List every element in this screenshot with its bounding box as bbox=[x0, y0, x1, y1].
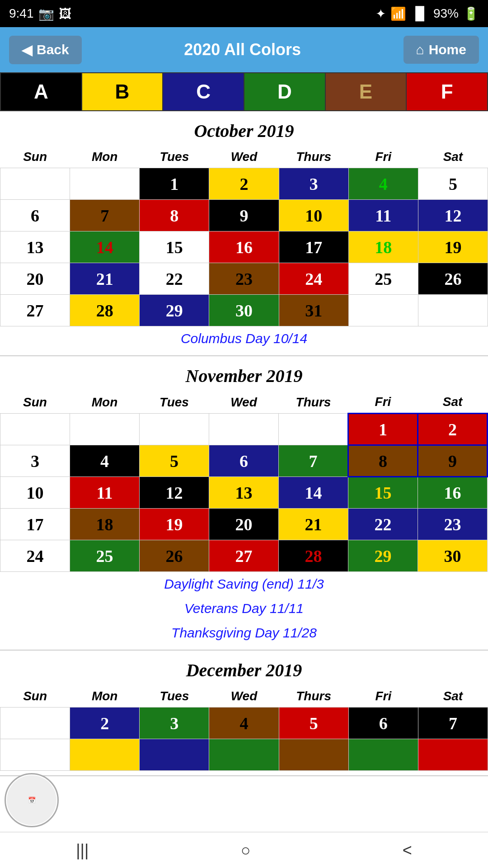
october-section: October 2019 Sun Mon Tues Wed Thurs Fri … bbox=[0, 111, 488, 356]
nov-thurs-header: Thurs bbox=[279, 391, 348, 414]
oct-12: 12 bbox=[418, 200, 488, 231]
oct-sat-header: Sat bbox=[418, 146, 488, 168]
oct-10: 10 bbox=[279, 200, 348, 231]
dec-14-area bbox=[418, 739, 488, 771]
oct-17: 17 bbox=[279, 231, 348, 263]
columbus-day: Columbus Day 10/14 bbox=[0, 326, 488, 351]
october-calendar: Sun Mon Tues Wed Thurs Fri Sat 1 2 3 bbox=[0, 146, 488, 326]
dec-8-area bbox=[0, 739, 70, 771]
nov-fri-header: Fri bbox=[348, 391, 418, 414]
nov-4: 4 bbox=[70, 445, 140, 477]
home-button[interactable]: ⌂ Home bbox=[404, 36, 479, 64]
oct-sun-header: Sun bbox=[0, 146, 70, 168]
oct-3: 3 bbox=[279, 168, 348, 200]
wifi-icon: 📶 bbox=[390, 6, 406, 21]
instagram-icon: 📷 bbox=[38, 6, 54, 21]
dec-tues-header: Tues bbox=[140, 685, 209, 708]
december-calendar: Sun Mon Tues Wed Thurs Fri Sat 2 3 4 5 bbox=[0, 685, 488, 771]
oct-21: 21 bbox=[70, 263, 140, 295]
status-bar: 9:41 📷 🖼 ✦ 📶 ▐▌ 93% 🔋 bbox=[0, 0, 488, 27]
november-title: November 2019 bbox=[0, 356, 488, 391]
tab-b[interactable]: B bbox=[82, 73, 164, 110]
nov-empty-5 bbox=[279, 414, 348, 445]
table-row: 3 4 5 6 7 8 9 bbox=[0, 445, 488, 477]
back-chevron-icon: ◀ bbox=[22, 42, 32, 58]
dec-mon-header: Mon bbox=[70, 685, 140, 708]
oct-9: 9 bbox=[209, 200, 279, 231]
oct-23: 23 bbox=[209, 263, 279, 295]
oct-26: 26 bbox=[418, 263, 488, 295]
table-row: 24 25 26 27 28 29 30 bbox=[0, 540, 488, 572]
oct-19: 19 bbox=[418, 231, 488, 263]
nov-wed-header: Wed bbox=[209, 391, 279, 414]
table-row: 27 28 29 30 31 bbox=[0, 295, 488, 326]
oct-15: 15 bbox=[140, 231, 209, 263]
nov-21: 21 bbox=[279, 509, 348, 540]
dec-11-area bbox=[209, 739, 279, 771]
nov-8: 8 bbox=[348, 445, 418, 477]
nov-20: 20 bbox=[209, 509, 279, 540]
nov-18: 18 bbox=[70, 509, 140, 540]
daylight-saving: Daylight Saving (end) 11/3 bbox=[0, 572, 488, 596]
dec-10-area bbox=[140, 739, 209, 771]
tab-d[interactable]: D bbox=[244, 73, 326, 110]
nov-22: 22 bbox=[348, 509, 418, 540]
tab-a[interactable]: A bbox=[1, 73, 82, 110]
oct-fri-header: Fri bbox=[348, 146, 418, 168]
home-label: Home bbox=[429, 42, 466, 57]
status-left: 9:41 📷 🖼 bbox=[9, 6, 71, 21]
november-calendar: Sun Mon Tues Wed Thurs Fri Sat 1 bbox=[0, 391, 488, 572]
dec-7: 7 bbox=[418, 708, 488, 739]
dec-2: 2 bbox=[70, 708, 140, 739]
tab-e[interactable]: E bbox=[326, 73, 407, 110]
nov-empty-4 bbox=[209, 414, 279, 445]
table-row: 2 3 4 5 6 7 bbox=[0, 708, 488, 739]
nov-12: 12 bbox=[140, 477, 209, 509]
table-row: 6 7 8 9 10 11 12 bbox=[0, 200, 488, 231]
back-label: Back bbox=[37, 42, 69, 57]
table-row: 13 14 15 16 17 18 19 bbox=[0, 231, 488, 263]
oct-27: 27 bbox=[0, 295, 70, 326]
nov-26: 26 bbox=[140, 540, 209, 572]
nov-empty-2 bbox=[70, 414, 140, 445]
nov-23: 23 bbox=[418, 509, 488, 540]
oct-empty-3 bbox=[348, 295, 418, 326]
nov-14: 14 bbox=[279, 477, 348, 509]
thanksgiving-day: Thanksgiving Day 11/28 bbox=[0, 621, 488, 645]
dec-wed-header: Wed bbox=[209, 685, 279, 708]
november-section: November 2019 Sun Mon Tues Wed Thurs Fri… bbox=[0, 356, 488, 651]
page-title: 2020 All Colors bbox=[184, 40, 301, 59]
nov-9: 9 bbox=[418, 445, 488, 477]
oct-8: 8 bbox=[140, 200, 209, 231]
dec-empty-1 bbox=[0, 708, 70, 739]
oct-6: 6 bbox=[0, 200, 70, 231]
dec-sun-header: Sun bbox=[0, 685, 70, 708]
oct-13: 13 bbox=[0, 231, 70, 263]
tab-f[interactable]: F bbox=[407, 73, 487, 110]
nov-11: 11 bbox=[70, 477, 140, 509]
oct-thurs-header: Thurs bbox=[279, 146, 348, 168]
thumbnail-image: 📅 bbox=[7, 775, 56, 817]
image-icon: 🖼 bbox=[59, 6, 71, 21]
december-title: December 2019 bbox=[0, 651, 488, 685]
dec-4: 4 bbox=[209, 708, 279, 739]
back-button[interactable]: ◀ Back bbox=[9, 36, 82, 64]
nov-6: 6 bbox=[209, 445, 279, 477]
nov-3: 3 bbox=[0, 445, 70, 477]
nov-13: 13 bbox=[209, 477, 279, 509]
table-row: 20 21 22 23 24 25 26 bbox=[0, 263, 488, 295]
nov-5: 5 bbox=[140, 445, 209, 477]
nov-25: 25 bbox=[70, 540, 140, 572]
oct-1: 1 bbox=[140, 168, 209, 200]
nov-15: 15 bbox=[348, 477, 418, 509]
oct-wed-header: Wed bbox=[209, 146, 279, 168]
oct-mon-header: Mon bbox=[70, 146, 140, 168]
october-title: October 2019 bbox=[0, 111, 488, 146]
nov-7: 7 bbox=[279, 445, 348, 477]
tab-c[interactable]: C bbox=[163, 73, 244, 110]
nov-1: 1 bbox=[348, 414, 418, 445]
dec-6: 6 bbox=[348, 708, 418, 739]
dec-9-area bbox=[70, 739, 140, 771]
dec-thurs-header: Thurs bbox=[279, 685, 348, 708]
oct-2: 2 bbox=[209, 168, 279, 200]
